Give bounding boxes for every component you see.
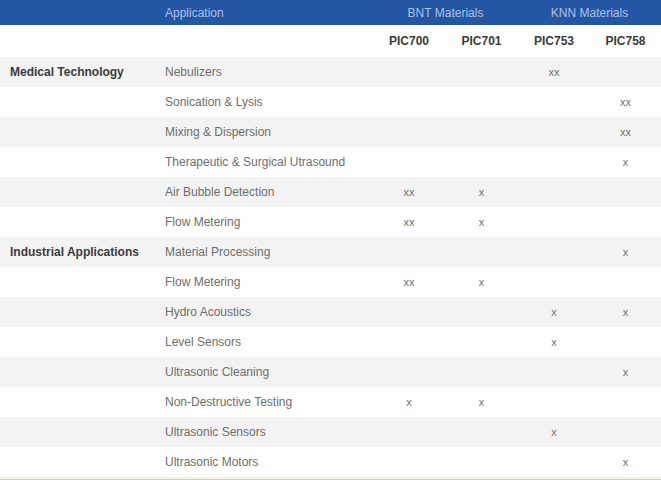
mark-cell-pic701 (445, 117, 518, 147)
table-row: Hydro Acoustics x x (0, 297, 661, 327)
mark-cell-pic753 (518, 117, 590, 147)
mark-cell-pic758: x (590, 147, 661, 177)
application-cell: Ultrasonic Motors (165, 447, 373, 477)
category-cell (0, 147, 165, 177)
mark-cell-pic701 (445, 447, 518, 477)
mark-cell-pic701 (445, 297, 518, 327)
mark-cell-pic700 (373, 447, 445, 477)
table-row: Ultrasonic Sensors x (0, 417, 661, 447)
table-row: Ultrasonic Motors x (0, 447, 661, 477)
mark-cell-pic753 (518, 267, 590, 297)
mark-cell-pic758 (590, 327, 661, 357)
mark-cell-pic758: x (590, 357, 661, 387)
mark-cell-pic758: x (590, 297, 661, 327)
mark-cell-pic700: xx (373, 207, 445, 237)
mark-cell-pic753 (518, 357, 590, 387)
mark-cell-pic758 (590, 417, 661, 447)
application-cell: Air Bubble Detection (165, 177, 373, 207)
mark-cell-pic753 (518, 147, 590, 177)
knn-materials-group-header: KNN Materials (518, 0, 661, 25)
category-cell (0, 297, 165, 327)
mark-cell-pic700 (373, 297, 445, 327)
category-cell (0, 207, 165, 237)
mark-cell-pic701: x (445, 177, 518, 207)
materials-application-page: Application BNT Materials KNN Materials … (0, 0, 661, 480)
mark-cell-pic701 (445, 327, 518, 357)
mark-cell-pic758: x (590, 447, 661, 477)
mark-cell-pic701: x (445, 387, 518, 417)
mark-cell-pic700: x (373, 387, 445, 417)
application-materials-table: Application BNT Materials KNN Materials … (0, 0, 661, 477)
column-header-pic758: PIC758 (590, 25, 661, 57)
mark-cell-pic758: xx (590, 87, 661, 117)
application-cell: Mixing & Dispersion (165, 117, 373, 147)
empty-header-cell (0, 25, 165, 57)
category-cell: Medical Technology (0, 57, 165, 87)
category-cell (0, 447, 165, 477)
mark-cell-pic701 (445, 87, 518, 117)
table-row: Mixing & Dispersion xx (0, 117, 661, 147)
mark-cell-pic700 (373, 117, 445, 147)
mark-cell-pic700 (373, 147, 445, 177)
application-cell: Flow Metering (165, 207, 373, 237)
application-cell: Material Processing (165, 237, 373, 267)
mark-cell-pic753: x (518, 297, 590, 327)
mark-cell-pic700 (373, 357, 445, 387)
mark-cell-pic700: xx (373, 177, 445, 207)
table-row: Level Sensors x (0, 327, 661, 357)
column-header-pic701: PIC701 (445, 25, 518, 57)
application-cell: Sonication & Lysis (165, 87, 373, 117)
mark-cell-pic700 (373, 57, 445, 87)
mark-cell-pic700 (373, 237, 445, 267)
column-header-pic700: PIC700 (373, 25, 445, 57)
application-cell: Flow Metering (165, 267, 373, 297)
table-row: Industrial Applications Material Process… (0, 237, 661, 267)
mark-cell-pic758 (590, 177, 661, 207)
table-row: Flow Metering xx x (0, 207, 661, 237)
category-cell (0, 267, 165, 297)
mark-cell-pic701 (445, 147, 518, 177)
mark-cell-pic753: x (518, 327, 590, 357)
mark-cell-pic701 (445, 357, 518, 387)
table-header-row: Application BNT Materials KNN Materials (0, 0, 661, 25)
category-cell (0, 417, 165, 447)
category-cell (0, 87, 165, 117)
application-cell: Level Sensors (165, 327, 373, 357)
category-cell (0, 357, 165, 387)
mark-cell-pic758 (590, 57, 661, 87)
mark-cell-pic700 (373, 87, 445, 117)
mark-cell-pic753 (518, 237, 590, 267)
category-cell: Industrial Applications (0, 237, 165, 267)
application-cell: Nebulizers (165, 57, 373, 87)
bnt-materials-group-header: BNT Materials (373, 0, 518, 25)
mark-cell-pic753 (518, 207, 590, 237)
mark-cell-pic700 (373, 327, 445, 357)
table-row: Therapeutic & Surgical Utrasound x (0, 147, 661, 177)
mark-cell-pic700 (373, 417, 445, 447)
mark-cell-pic758 (590, 207, 661, 237)
application-column-header: Application (165, 0, 373, 25)
application-cell: Hydro Acoustics (165, 297, 373, 327)
application-cell: Ultrasonic Sensors (165, 417, 373, 447)
mark-cell-pic753: xx (518, 57, 590, 87)
empty-header-cell (165, 25, 373, 57)
mark-cell-pic758: x (590, 237, 661, 267)
category-cell (0, 387, 165, 417)
mark-cell-pic753 (518, 87, 590, 117)
mark-cell-pic701 (445, 57, 518, 87)
table-row: Non-Destructive Testing x x (0, 387, 661, 417)
table-row: Ultrasonic Cleaning x (0, 357, 661, 387)
table-row: Air Bubble Detection xx x (0, 177, 661, 207)
empty-header-cell (0, 0, 165, 25)
category-cell (0, 117, 165, 147)
mark-cell-pic701 (445, 237, 518, 267)
mark-cell-pic753: x (518, 417, 590, 447)
mark-cell-pic700: xx (373, 267, 445, 297)
table-row: Sonication & Lysis xx (0, 87, 661, 117)
mark-cell-pic701 (445, 417, 518, 447)
category-cell (0, 177, 165, 207)
mark-cell-pic758 (590, 267, 661, 297)
table-subheader-row: PIC700 PIC701 PIC753 PIC758 (0, 25, 661, 57)
application-cell: Non-Destructive Testing (165, 387, 373, 417)
application-cell: Ultrasonic Cleaning (165, 357, 373, 387)
